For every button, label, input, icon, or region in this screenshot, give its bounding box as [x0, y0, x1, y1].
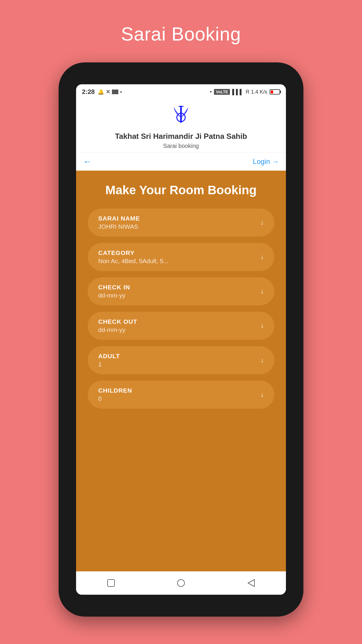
field-value-adult: 1 — [98, 361, 264, 368]
status-right: • VoLTE ▌▌▌ R 1.4 K/s — [210, 89, 280, 95]
field-arrow-children: ↓ — [261, 391, 264, 398]
page-title: Sarai Booking — [121, 23, 241, 45]
svg-marker-4 — [248, 580, 254, 587]
cross-icon: ✕ — [106, 89, 110, 95]
field-arrow-sarai-name: ↓ — [261, 219, 264, 226]
field-category[interactable]: CATEGORYNon Ac, 4Bed, 5Adult, 5...↓ — [88, 243, 274, 271]
field-label-check-in: CHECK IN — [98, 284, 264, 291]
field-arrow-check-in: ↓ — [261, 288, 264, 295]
field-group-check-in: CHECK INdd-mm-yy↓ — [88, 277, 274, 305]
field-value-children: 0 — [98, 395, 264, 402]
battery-icon — [270, 89, 280, 94]
square-icon — [112, 90, 118, 94]
status-bar: 2:28 🔔 ✕ • • VoLTE ▌▌▌ R 1.4 K/s — [76, 84, 286, 99]
bottom-nav — [76, 571, 286, 595]
field-label-children: CHILDREN — [98, 387, 264, 394]
signal-bars: ▌▌▌ — [232, 89, 243, 95]
dot-icon: • — [120, 89, 122, 95]
field-group-sarai-name: SARAI NAMEJOHRI NIWAS↓ — [88, 209, 274, 237]
back-button[interactable]: ← — [83, 157, 92, 167]
booking-content: Make Your Room Booking SARAI NAMEJOHRI N… — [76, 171, 286, 571]
nav-square-button[interactable] — [104, 576, 118, 590]
field-check-in[interactable]: CHECK INdd-mm-yy↓ — [88, 277, 274, 305]
svg-rect-2 — [108, 580, 115, 587]
field-label-sarai-name: SARAI NAME — [98, 215, 264, 222]
app-header: Takhat Sri Harimandir Ji Patna Sahib Sar… — [76, 99, 286, 153]
field-arrow-category: ↓ — [261, 253, 264, 261]
field-adult[interactable]: ADULT1↓ — [88, 346, 274, 374]
phone-screen: 2:28 🔔 ✕ • • VoLTE ▌▌▌ R 1.4 K/s — [76, 84, 286, 595]
field-label-adult: ADULT — [98, 353, 264, 360]
booking-title: Make Your Room Booking — [106, 182, 257, 198]
notification-icon: 🔔 — [98, 89, 104, 95]
field-group-category: CATEGORYNon Ac, 4Bed, 5Adult, 5...↓ — [88, 243, 274, 271]
data-speed: R 1.4 K/s — [246, 89, 267, 95]
khanda-icon — [169, 105, 193, 129]
field-group-check-out: CHECK OUTdd-mm-yy↓ — [88, 312, 274, 340]
fields-container: SARAI NAMEJOHRI NIWAS↓CATEGORYNon Ac, 4B… — [88, 209, 274, 415]
field-check-out[interactable]: CHECK OUTdd-mm-yy↓ — [88, 312, 274, 340]
field-value-category: Non Ac, 4Bed, 5Adult, 5... — [98, 258, 264, 265]
field-group-adult: ADULT1↓ — [88, 346, 274, 374]
login-button[interactable]: Login → — [253, 158, 279, 166]
field-value-check-out: dd-mm-yy — [98, 326, 264, 333]
phone-frame: 2:28 🔔 ✕ • • VoLTE ▌▌▌ R 1.4 K/s — [59, 62, 303, 617]
time-display: 2:28 — [82, 88, 95, 96]
field-value-sarai-name: JOHRI NIWAS — [98, 223, 264, 230]
field-sarai-name[interactable]: SARAI NAMEJOHRI NIWAS↓ — [88, 209, 274, 237]
field-value-check-in: dd-mm-yy — [98, 292, 264, 299]
svg-rect-0 — [180, 106, 182, 123]
nav-row: ← Login → — [76, 153, 286, 171]
volte-badge: VoLTE — [214, 89, 230, 95]
field-label-category: CATEGORY — [98, 249, 264, 256]
field-label-check-out: CHECK OUT — [98, 318, 264, 325]
status-time: 2:28 🔔 ✕ • — [82, 88, 122, 96]
nav-circle-button[interactable] — [174, 576, 188, 590]
field-children[interactable]: CHILDREN0↓ — [88, 381, 274, 409]
field-arrow-adult: ↓ — [261, 356, 264, 364]
nav-back-button[interactable] — [244, 576, 258, 590]
svg-point-3 — [178, 580, 184, 587]
app-title: Takhat Sri Harimandir Ji Patna Sahib — [115, 132, 247, 141]
dot-icon2: • — [210, 89, 212, 95]
field-arrow-check-out: ↓ — [261, 322, 264, 330]
status-icons: 🔔 ✕ • — [98, 89, 122, 95]
app-subtitle: Sarai booking — [163, 143, 199, 149]
field-group-children: CHILDREN0↓ — [88, 381, 274, 409]
